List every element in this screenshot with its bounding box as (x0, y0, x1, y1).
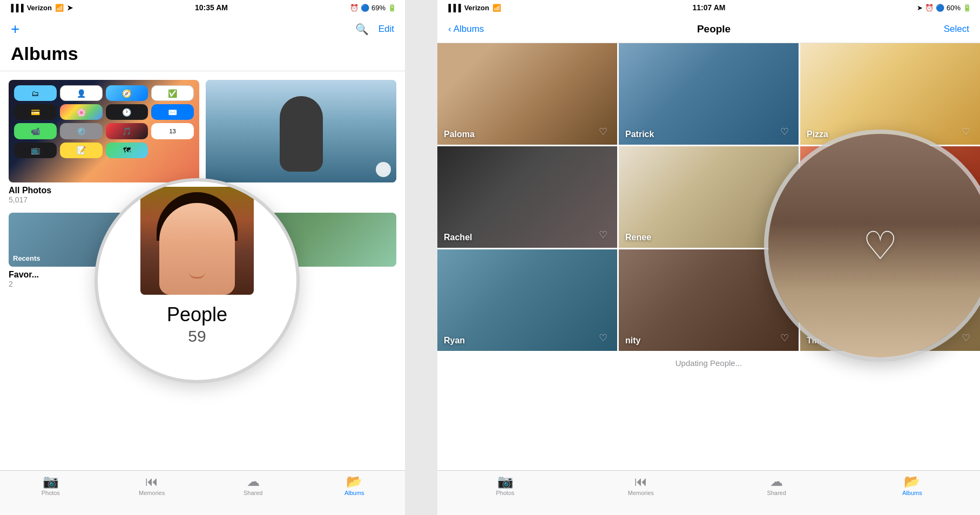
app-icon-wallet: 💳 (14, 104, 57, 120)
back-label: Albums (454, 24, 484, 35)
left-battery: ⏰ 🔵 69% 🔋 (350, 4, 396, 12)
right-memories-tab-icon: ⏮ (634, 475, 647, 488)
magnifier-content: People 59 (98, 181, 296, 380)
right-albums-tab-icon: 📂 (904, 475, 920, 488)
carrier-name: Verizon (27, 4, 52, 12)
magnifier-overlay: People 59 (94, 178, 300, 383)
right-tab-bar: 📷 Photos ⏮ Memories ☁ Shared 📂 Albums (437, 470, 980, 515)
app-icon-notes: 📝 (60, 143, 103, 158)
photos-tab-label: Photos (42, 490, 60, 496)
right-nav-bar: ‹ Albums People Select (437, 15, 980, 43)
add-button[interactable]: + (11, 22, 19, 37)
bt-icon: 🔵 (361, 4, 369, 12)
right-photos-tab-icon: 📷 (497, 475, 513, 488)
iphone-screen-thumbnail: 🗂 👤 🧭 ✅ 💳 🌸 🕐 ✉️ 📹 ⚙️ 🎵 13 📺 📝 🗺 (9, 80, 199, 182)
person-heart-ryan[interactable]: ♡ (596, 330, 611, 345)
nav-right-group: 🔍 Edit (355, 23, 394, 36)
memories-tab-icon: ⏮ (145, 475, 158, 488)
magnifier-right-bg: ♡ (768, 134, 980, 357)
person-cell-pizza[interactable]: Pizza ♡ (800, 43, 980, 145)
search-icon[interactable]: 🔍 (355, 23, 369, 36)
select-button[interactable]: Select (944, 24, 969, 35)
app-icon-calendar: 13 (151, 123, 194, 139)
right-memories-tab-label: Memories (628, 490, 654, 496)
app-icon-files: 🗂 (14, 85, 57, 101)
people-page-title: People (697, 23, 731, 35)
right-shared-tab-label: Shared (767, 490, 786, 496)
battery-pct: 69% (371, 4, 386, 12)
heart-badge[interactable]: ♡ (376, 162, 391, 177)
app-icon-clock: 🕐 (106, 104, 148, 120)
tab-photos[interactable]: 📷 Photos (0, 475, 102, 496)
person-cell-patrick[interactable]: Patrick ♡ (619, 43, 799, 145)
person-heart-rachel[interactable]: ♡ (596, 227, 611, 242)
right-bt-icon: 🔵 (936, 4, 944, 12)
right-signal-icon: ▐▐▐ (446, 4, 461, 12)
left-phone: ▐▐▐ Verizon 📶 ➤ 10:35 AM ⏰ 🔵 69% 🔋 + 🔍 E… (0, 0, 405, 515)
magnifier-person-photo (140, 187, 254, 295)
left-status-bar: ▐▐▐ Verizon 📶 ➤ 10:35 AM ⏰ 🔵 69% 🔋 (0, 0, 405, 15)
person-heart-paloma[interactable]: ♡ (596, 124, 611, 139)
face-shape (159, 203, 235, 295)
albums-tab-icon: 📂 (346, 475, 362, 488)
right-shared-tab-icon: ☁ (770, 475, 783, 488)
left-tab-bar: 📷 Photos ⏮ Memories ☁ Shared 📂 Albums (0, 470, 405, 515)
person-name-patrick: Patrick (625, 130, 654, 139)
memories-tab-label: Memories (139, 490, 165, 496)
left-nav-bar: + 🔍 Edit (0, 15, 405, 43)
heart-icon: ♡ (380, 165, 387, 175)
tab-albums[interactable]: 📂 Albums (304, 475, 405, 496)
right-tab-memories[interactable]: ⏮ Memories (573, 475, 708, 496)
boy-photo-thumb (206, 80, 396, 182)
alarm-icon: ⏰ (350, 4, 359, 12)
tab-shared[interactable]: ☁ Shared (202, 475, 304, 496)
right-wifi-icon: 📶 (492, 4, 501, 12)
right-tab-albums[interactable]: 📂 Albums (844, 475, 980, 496)
photos-tab-icon: 📷 (43, 475, 59, 488)
right-location-icon: ➤ (917, 4, 923, 12)
wifi-icon: 📶 (55, 4, 64, 12)
album-grid: 🗂 👤 🧭 ✅ 💳 🌸 🕐 ✉️ 📹 ⚙️ 🎵 13 📺 📝 🗺 (0, 71, 405, 182)
app-icon-reminders: ✅ (151, 85, 194, 101)
shared-tab-label: Shared (244, 490, 262, 496)
shared-tab-icon: ☁ (247, 475, 260, 488)
right-battery: ➤ ⏰ 🔵 60% 🔋 (917, 4, 971, 12)
smile-shape (189, 272, 205, 279)
left-carrier-time: ▐▐▐ Verizon 📶 ➤ (9, 4, 73, 12)
battery-icon: 🔋 (388, 4, 396, 12)
person-cell-ryan[interactable]: Ryan ♡ (437, 249, 617, 351)
right-phone: ▐▐▐ Verizon 📶 11:07 AM ➤ ⏰ 🔵 60% 🔋 ‹ Alb… (437, 0, 980, 515)
magnifier-right-overlay: ♡ (764, 130, 980, 362)
app-icon-facetime: 📹 (14, 123, 57, 139)
album-boy-photo[interactable]: ♡ (206, 80, 396, 182)
person-cell-rachel[interactable]: Rachel ♡ (437, 146, 617, 248)
right-tab-shared[interactable]: ☁ Shared (709, 475, 844, 496)
right-carrier-time: ▐▐▐ Verizon 📶 (446, 4, 501, 12)
app-icon-music: 🎵 (106, 123, 148, 139)
app-icon-tv: 📺 (14, 143, 57, 158)
app-icon-settings: ⚙️ (60, 123, 103, 139)
right-tab-photos[interactable]: 📷 Photos (437, 475, 573, 496)
right-alarm-icon: ⏰ (925, 4, 934, 12)
app-icon-maps: 🗺 (106, 143, 148, 158)
edit-button[interactable]: Edit (379, 24, 394, 35)
signal-icon: ▐▐▐ (9, 4, 24, 12)
person-name-paloma: Paloma (444, 130, 475, 139)
person-cell-paloma[interactable]: Paloma ♡ (437, 43, 617, 145)
back-chevron-icon: ‹ (448, 24, 451, 35)
person-name-renee: Renee (625, 233, 651, 242)
album-all-photos[interactable]: 🗂 👤 🧭 ✅ 💳 🌸 🕐 ✉️ 📹 ⚙️ 🎵 13 📺 📝 🗺 (9, 80, 199, 182)
back-button[interactable]: ‹ Albums (448, 24, 484, 35)
person-name-trinity: nity (625, 336, 640, 345)
app-icon-contacts: 👤 (60, 85, 103, 101)
app-icon-mail: ✉️ (151, 104, 194, 120)
tab-memories[interactable]: ⏮ Memories (102, 475, 203, 496)
right-albums-tab-label: Albums (902, 490, 922, 496)
person-name-rachel: Rachel (444, 233, 472, 242)
right-carrier-name: Verizon (464, 4, 489, 12)
phone-divider (405, 0, 437, 515)
right-status-bar: ▐▐▐ Verizon 📶 11:07 AM ➤ ⏰ 🔵 60% 🔋 (437, 0, 980, 15)
person-name-ryan: Ryan (444, 336, 465, 345)
magnifier-right-content: ♡ (768, 134, 980, 357)
magnifier-count: 59 (188, 327, 206, 345)
